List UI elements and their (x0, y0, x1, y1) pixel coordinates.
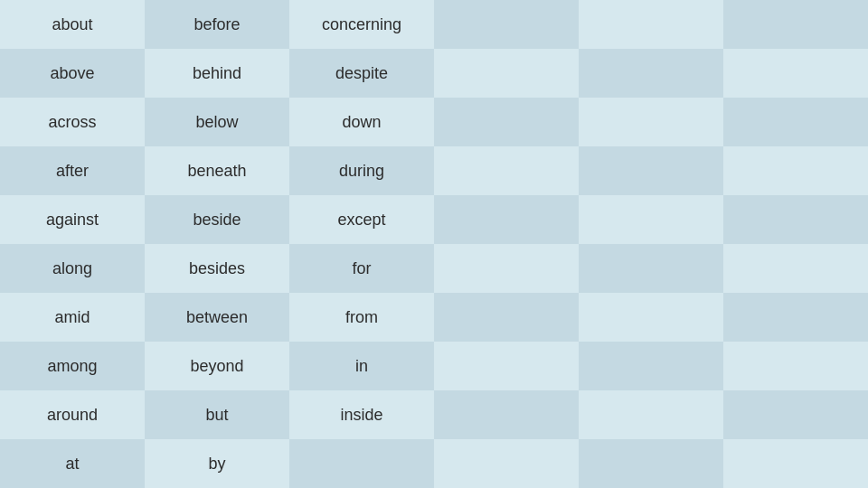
table-cell: amid (0, 293, 145, 342)
table-cell (723, 195, 868, 244)
table-cell: against (0, 195, 145, 244)
table-cell (723, 98, 868, 146)
table-cell (434, 342, 579, 390)
table-cell: despite (289, 49, 434, 98)
cell-text: down (342, 113, 381, 132)
table-cell (723, 439, 868, 488)
table-cell: across (0, 98, 145, 146)
table-cell (723, 146, 868, 195)
cell-text: for (352, 259, 371, 278)
table-cell: concerning (289, 0, 434, 49)
table-cell: down (289, 98, 434, 146)
cell-text: at (65, 455, 79, 474)
table-cell: along (0, 244, 145, 293)
table-cell: from (289, 293, 434, 342)
table-cell: beneath (145, 146, 289, 195)
table-cell (579, 293, 723, 342)
table-cell (579, 390, 723, 439)
cell-text: around (47, 406, 98, 425)
table-cell: in (289, 342, 434, 390)
cell-text: beyond (190, 357, 243, 376)
table-cell (434, 0, 579, 49)
cell-text: before (193, 15, 240, 34)
cell-text: along (52, 259, 92, 278)
cell-text: beside (193, 211, 241, 230)
table-cell (579, 49, 723, 98)
table-cell: but (145, 390, 289, 439)
table-cell: before (145, 0, 289, 49)
table-cell (723, 293, 868, 342)
table-cell (434, 293, 579, 342)
table-cell (434, 244, 579, 293)
table-cell (723, 390, 868, 439)
cell-text: during (339, 162, 384, 181)
table-cell (579, 195, 723, 244)
table-cell (579, 146, 723, 195)
table-cell: except (289, 195, 434, 244)
cell-text: in (355, 357, 368, 376)
table-cell (579, 342, 723, 390)
table-cell: between (145, 293, 289, 342)
cell-text: against (46, 211, 99, 230)
cell-text: among (47, 357, 97, 376)
table-cell: inside (289, 390, 434, 439)
table-cell: behind (145, 49, 289, 98)
table-cell (434, 439, 579, 488)
table-cell: during (289, 146, 434, 195)
table-cell: below (145, 98, 289, 146)
cell-text: below (195, 113, 238, 132)
cell-text: across (48, 113, 96, 132)
table-cell (289, 439, 434, 488)
cell-text: beneath (187, 162, 246, 181)
cell-text: inside (340, 406, 382, 425)
table-cell (723, 244, 868, 293)
table-cell: about (0, 0, 145, 49)
cell-text: by (208, 455, 225, 474)
table-cell: around (0, 390, 145, 439)
table-cell: beyond (145, 342, 289, 390)
table-cell: among (0, 342, 145, 390)
cell-text: concerning (322, 15, 401, 34)
cell-text: except (337, 211, 385, 230)
table-cell (434, 195, 579, 244)
cell-text: despite (335, 64, 388, 83)
table-cell: at (0, 439, 145, 488)
prepositions-table: aboutbeforeconcerningabovebehinddespitea… (0, 0, 868, 488)
table-cell (579, 0, 723, 49)
table-cell (579, 439, 723, 488)
table-cell: above (0, 49, 145, 98)
table-cell (434, 146, 579, 195)
table-cell (579, 98, 723, 146)
cell-text: between (186, 308, 248, 327)
cell-text: above (50, 64, 94, 83)
cell-text: from (345, 308, 378, 327)
table-cell (434, 49, 579, 98)
table-cell (579, 244, 723, 293)
table-cell (723, 0, 868, 49)
cell-text: behind (193, 64, 241, 83)
table-cell: beside (145, 195, 289, 244)
table-cell: by (145, 439, 289, 488)
table-cell (434, 390, 579, 439)
table-cell: besides (145, 244, 289, 293)
cell-text: amid (54, 308, 90, 327)
table-cell (723, 49, 868, 98)
table-cell (723, 342, 868, 390)
table-cell: for (289, 244, 434, 293)
table-cell (434, 98, 579, 146)
cell-text: but (205, 406, 228, 425)
table-cell: after (0, 146, 145, 195)
cell-text: about (52, 15, 92, 34)
cell-text: besides (189, 259, 245, 278)
cell-text: after (56, 162, 89, 181)
